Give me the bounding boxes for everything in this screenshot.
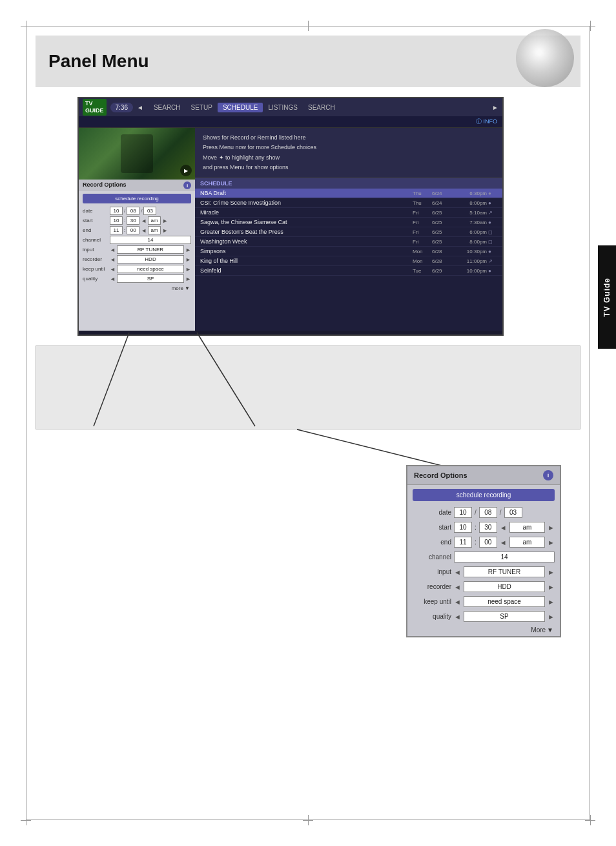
record-info-icon-small: i — [183, 181, 191, 189]
large-end-h[interactable]: 11 — [454, 537, 472, 548]
schedule-row[interactable]: King of the Hill Mon 6/28 11:00pm ↗ — [195, 256, 502, 266]
input-val-small[interactable]: RF TUNER — [117, 245, 184, 254]
keep-val-small[interactable]: need space — [117, 265, 184, 273]
row-date: 6/29 — [432, 268, 451, 274]
row-day: Thu — [413, 200, 432, 206]
channel-val-small[interactable]: 14 — [110, 236, 191, 244]
play-indicator: ▶ — [180, 165, 192, 176]
large-input-field: input ◄ RF TUNER ► — [407, 564, 560, 579]
large-date-m[interactable]: 10 — [454, 507, 472, 518]
large-channel-val[interactable]: 14 — [454, 552, 555, 562]
large-start-ampm[interactable]: am — [509, 522, 545, 533]
tab-search-2[interactable]: SEARCH — [303, 103, 340, 112]
tv-guide-side-tab[interactable]: TV Guide — [598, 245, 616, 349]
input-left-btn-small[interactable]: ◄ — [110, 247, 116, 253]
large-end-right[interactable]: ► — [548, 539, 555, 546]
row-time: 8:00pm — [451, 239, 487, 245]
input-right-btn-small[interactable]: ► — [185, 247, 191, 253]
start-m-small[interactable]: 30 — [127, 216, 139, 225]
date-y-small[interactable]: 03 — [143, 207, 156, 215]
large-quality-left[interactable]: ◄ — [454, 613, 461, 621]
cross-bottom-center — [303, 815, 313, 825]
large-date-y[interactable]: 03 — [504, 507, 522, 518]
record-panel-large: Record Options i schedule recording date… — [406, 465, 561, 637]
large-start-m[interactable]: 30 — [479, 522, 497, 533]
page-border-bottom — [26, 820, 590, 820]
large-keep-val[interactable]: need space — [464, 596, 545, 607]
quality-left-btn-small[interactable]: ◄ — [110, 276, 116, 282]
schedule-row[interactable]: NBA Draft Thu 6/24 6:30pm ● — [195, 189, 502, 198]
info-bar: ⓘ INFO — [79, 116, 502, 128]
large-keep-left[interactable]: ◄ — [454, 598, 461, 606]
large-start-h[interactable]: 10 — [454, 522, 472, 533]
row-icon: ◻ — [488, 239, 497, 245]
large-input-right[interactable]: ► — [548, 568, 555, 576]
row-date: 6/24 — [432, 191, 451, 196]
keep-right-btn-small[interactable]: ► — [185, 266, 191, 273]
channel-field-small: channel 14 — [79, 235, 195, 245]
row-day: Mon — [413, 258, 432, 264]
schedule-row[interactable]: Sagwa, the Chinese Siamese Cat Fri 6/25 … — [195, 218, 502, 227]
schedule-row[interactable]: CSI: Crime Scene Investigation Thu 6/24 … — [195, 198, 502, 208]
row-date: 6/25 — [432, 229, 451, 235]
schedule-row[interactable]: Simpsons Mon 6/28 10:30pm ● — [195, 247, 502, 256]
large-recorder-label: recorder — [413, 583, 451, 590]
large-input-val[interactable]: RF TUNER — [464, 566, 545, 577]
start-right-btn-small[interactable]: ► — [162, 218, 168, 224]
large-start-right[interactable]: ► — [548, 524, 555, 531]
schedule-row[interactable]: Miracle Fri 6/25 5:10am ↗ — [195, 208, 502, 218]
large-keep-right[interactable]: ► — [548, 598, 555, 606]
large-recorder-right[interactable]: ► — [548, 583, 555, 591]
large-quality-right[interactable]: ► — [548, 613, 555, 621]
row-icon: ● — [488, 268, 497, 274]
large-recorder-left[interactable]: ◄ — [454, 583, 461, 591]
large-end-left[interactable]: ◄ — [500, 539, 507, 546]
more-btn-small[interactable]: more ▼ — [79, 284, 195, 293]
row-icon: ↗ — [488, 210, 497, 216]
large-date-d[interactable]: 08 — [479, 507, 497, 518]
large-input-left[interactable]: ◄ — [454, 568, 461, 576]
tab-schedule[interactable]: SCHEDULE — [218, 103, 263, 112]
tab-search-1[interactable]: SEARCH — [149, 103, 186, 112]
large-start-left[interactable]: ◄ — [500, 524, 507, 531]
end-right-btn-small[interactable]: ► — [162, 227, 168, 234]
large-end-ampm[interactable]: am — [509, 537, 545, 548]
quality-val-small[interactable]: SP — [117, 274, 184, 283]
row-date: 6/25 — [432, 239, 451, 245]
large-schedule-btn[interactable]: schedule recording — [413, 489, 555, 501]
row-icon: ◻ — [488, 229, 497, 235]
input-label-small: input — [83, 247, 108, 253]
record-options-title-small: Record Options i — [79, 180, 195, 191]
more-btn-large[interactable]: More ▼ — [407, 624, 560, 636]
start-h-small[interactable]: 10 — [110, 216, 123, 225]
side-tab-label: TV Guide — [602, 278, 611, 317]
end-left-btn-small[interactable]: ◄ — [141, 227, 147, 234]
recorder-val-small[interactable]: HDD — [117, 255, 184, 263]
recorder-left-btn-small[interactable]: ◄ — [110, 256, 116, 263]
schedule-row[interactable]: Greater Boston's Beat the Press Fri 6/25… — [195, 227, 502, 237]
large-end-m[interactable]: 00 — [479, 537, 497, 548]
end-m-small[interactable]: 00 — [127, 226, 139, 234]
end-h-small[interactable]: 11 — [110, 226, 123, 234]
tab-listings[interactable]: LISTINGS — [263, 103, 303, 112]
large-quality-val[interactable]: SP — [464, 611, 545, 622]
recorder-right-btn-small[interactable]: ► — [185, 256, 191, 263]
thumbnail: ▶ — [79, 128, 195, 180]
schedule-row[interactable]: Seinfeld Tue 6/29 10:00pm ● — [195, 266, 502, 276]
row-day: Fri — [413, 210, 432, 216]
schedule-recording-btn-small[interactable]: schedule recording — [83, 194, 191, 203]
large-quality-label: quality — [413, 613, 451, 620]
tab-setup[interactable]: SETUP — [186, 103, 218, 112]
large-date-sep2: / — [500, 509, 502, 516]
start-ampm-small[interactable]: am — [148, 216, 161, 225]
row-title: Seinfeld — [200, 267, 413, 274]
start-left-btn-small[interactable]: ◄ — [141, 218, 147, 224]
date-m-small[interactable]: 10 — [110, 207, 123, 215]
schedule-row[interactable]: Washington Week Fri 6/25 8:00pm ◻ — [195, 237, 502, 247]
row-time: 6:00pm — [451, 229, 487, 235]
quality-right-btn-small[interactable]: ► — [185, 276, 191, 282]
large-recorder-val[interactable]: HDD — [464, 581, 545, 592]
date-d-small[interactable]: 08 — [127, 207, 139, 215]
end-ampm-small[interactable]: am — [148, 226, 161, 234]
keep-left-btn-small[interactable]: ◄ — [110, 266, 116, 273]
